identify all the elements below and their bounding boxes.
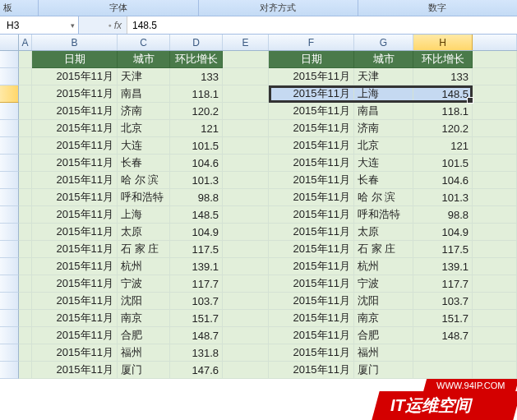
col-header-D[interactable]: D [170,35,223,50]
select-all-corner[interactable] [0,35,19,50]
cell[interactable]: 151.7 [170,310,223,327]
cell[interactable] [473,137,517,155]
cell[interactable]: 沈阳 [354,293,413,310]
cell[interactable] [19,51,32,68]
cell[interactable]: 133 [170,68,223,85]
cell[interactable]: 2015年11月 [269,275,354,293]
cell[interactable]: 2015年11月 [269,189,354,206]
cell[interactable]: 98.8 [170,189,223,206]
cell[interactable] [223,241,269,258]
col-header-B[interactable]: B [32,35,118,50]
cell[interactable]: 天津 [118,68,170,85]
cell[interactable]: 2015年11月 [32,120,118,137]
cell[interactable]: 福州 [354,344,413,362]
cell[interactable]: 环比增长 [170,51,223,68]
cell[interactable]: 120.2 [170,103,223,120]
cell[interactable]: 宁波 [118,275,170,293]
cell[interactable]: 2015年11月 [32,258,118,275]
cell[interactable]: 城市 [354,51,413,68]
cell[interactable]: 101.3 [170,172,223,189]
cell[interactable] [223,206,269,224]
cell[interactable] [19,137,32,155]
cell[interactable] [19,344,32,362]
cell[interactable]: 2015年11月 [269,172,354,189]
row-header[interactable] [0,310,19,327]
cell[interactable]: 104.6 [413,172,473,189]
cell[interactable]: 148.7 [413,327,473,344]
cell[interactable]: 厦门 [118,362,170,379]
spreadsheet-grid[interactable]: A B C D E F G H 日期城市环比增长日期城市环比增长2015年11月… [0,35,517,379]
row-header[interactable] [0,172,19,189]
cell[interactable]: 日期 [269,51,354,68]
row-header[interactable] [0,293,19,310]
cell[interactable] [473,68,517,85]
cell[interactable]: 101.5 [413,155,473,172]
ribbon-group-number[interactable]: 数字 [358,0,517,16]
cell[interactable] [223,155,269,172]
cell[interactable]: 2015年11月 [269,293,354,310]
cell[interactable] [223,137,269,155]
cell[interactable] [473,241,517,258]
col-header-A[interactable]: A [19,35,32,50]
col-header-H[interactable]: H [413,35,473,50]
cell[interactable]: 南昌 [118,85,170,103]
cell[interactable]: 呼和浩特 [118,189,170,206]
cell[interactable] [223,224,269,241]
cell[interactable] [19,241,32,258]
row-header[interactable] [0,224,19,241]
cell[interactable]: 103.7 [413,293,473,310]
fx-icon[interactable]: fx [79,20,127,31]
cell[interactable]: 济南 [118,103,170,120]
cell[interactable]: 2015年11月 [269,241,354,258]
cell[interactable]: 101.3 [413,189,473,206]
cell[interactable]: 上海 [118,206,170,224]
cell[interactable] [223,310,269,327]
cell[interactable]: 济南 [354,120,413,137]
col-header-G[interactable]: G [354,35,413,50]
ribbon-group-align[interactable]: 对齐方式 [198,0,358,16]
cell[interactable]: 2015年11月 [32,155,118,172]
cell[interactable]: 哈 尔 滨 [354,189,413,206]
cell[interactable]: 2015年11月 [269,103,354,120]
cell[interactable]: 101.5 [170,137,223,155]
cell[interactable]: 2015年11月 [269,362,354,379]
cell[interactable]: 2015年11月 [32,206,118,224]
cell[interactable]: 148.5 [170,206,223,224]
cell[interactable]: 杭州 [118,258,170,275]
cell[interactable]: 2015年11月 [269,137,354,155]
cell[interactable]: 2015年11月 [269,310,354,327]
cell[interactable]: 103.7 [170,293,223,310]
col-header-rest[interactable] [473,35,517,50]
cell[interactable] [413,362,473,379]
cell[interactable]: 2015年11月 [32,327,118,344]
cell[interactable]: 117.7 [170,275,223,293]
cell[interactable] [19,224,32,241]
row-header[interactable] [0,362,19,379]
cell[interactable]: 2015年11月 [32,344,118,362]
cell[interactable] [223,293,269,310]
cell[interactable] [473,85,517,103]
row-header[interactable] [0,51,19,68]
cell[interactable]: 2015年11月 [269,224,354,241]
cell[interactable]: 117.5 [413,241,473,258]
cell[interactable] [473,172,517,189]
cell[interactable]: 2015年11月 [269,120,354,137]
cell[interactable] [223,51,269,68]
cell[interactable]: 117.5 [170,241,223,258]
cell[interactable] [413,344,473,362]
cell[interactable] [19,155,32,172]
cell[interactable] [473,155,517,172]
cell[interactable] [223,362,269,379]
cell[interactable] [223,103,269,120]
cell[interactable] [223,68,269,85]
cell[interactable]: 121 [170,120,223,137]
cell[interactable]: 2015年11月 [269,327,354,344]
cell[interactable]: 合肥 [118,327,170,344]
cell[interactable] [473,206,517,224]
cell[interactable] [223,189,269,206]
cell[interactable] [19,327,32,344]
cell[interactable]: 长春 [354,172,413,189]
cell[interactable] [19,103,32,120]
cell[interactable]: 2015年11月 [32,103,118,120]
cell[interactable] [19,206,32,224]
